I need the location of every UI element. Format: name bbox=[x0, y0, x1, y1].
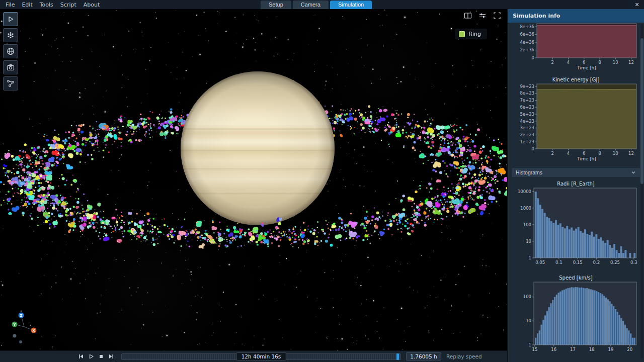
svg-text:16: 16 bbox=[551, 347, 556, 352]
svg-text:Time [h]: Time [h] bbox=[577, 156, 596, 161]
svg-text:4: 4 bbox=[567, 60, 570, 65]
play-tool-button[interactable] bbox=[3, 12, 18, 26]
panel-title: Simulation info bbox=[508, 9, 644, 23]
svg-text:2: 2 bbox=[551, 60, 554, 65]
chart-title: Kinetic energy [GJ] bbox=[512, 77, 640, 82]
svg-text:0.1: 0.1 bbox=[555, 260, 562, 265]
split-view-button[interactable] bbox=[463, 11, 473, 20]
tab-setup[interactable]: Setup bbox=[261, 1, 291, 9]
sliders-icon bbox=[478, 12, 487, 20]
timeline-thumb[interactable] bbox=[396, 353, 399, 360]
left-toolbar bbox=[3, 12, 18, 90]
simulation-info-panel: Simulation info 02e+364e+366e+368e+36246… bbox=[507, 9, 644, 362]
stop-button[interactable] bbox=[97, 352, 105, 360]
area-chart: 01e+232e+233e+234e+235e+236e+237e+238e+2… bbox=[512, 82, 640, 162]
close-button[interactable]: ✕ bbox=[632, 0, 642, 9]
axis-z-handle[interactable]: Z bbox=[19, 313, 24, 318]
node-graph-tool-button[interactable] bbox=[3, 76, 18, 90]
scene-canvas[interactable] bbox=[0, 9, 507, 350]
stop-icon bbox=[98, 353, 104, 359]
svg-text:8: 8 bbox=[598, 60, 601, 65]
timeline-scrubber[interactable]: 12h 40min 16s bbox=[121, 353, 401, 360]
svg-text:1: 1 bbox=[529, 255, 531, 260]
orientation-gizmo[interactable]: Z Y X bbox=[7, 310, 47, 350]
chart-title: Speed [km/s] bbox=[512, 275, 640, 281]
svg-text:10: 10 bbox=[526, 239, 531, 244]
svg-text:0.05: 0.05 bbox=[535, 260, 545, 265]
split-view-icon bbox=[464, 12, 472, 20]
tab-simulation[interactable]: Simulation bbox=[330, 1, 372, 9]
svg-text:Z: Z bbox=[20, 314, 22, 318]
chart-kinetic-energy: Kinetic energy [GJ] 01e+232e+233e+234e+2… bbox=[512, 77, 640, 164]
svg-text:3e+23: 3e+23 bbox=[520, 125, 534, 130]
menu-tools[interactable]: Tools bbox=[36, 2, 57, 8]
camera-tool-button[interactable] bbox=[3, 60, 18, 74]
menu-file[interactable]: File bbox=[2, 2, 18, 8]
svg-text:10000: 10000 bbox=[518, 189, 531, 194]
ring-legend[interactable]: Ring bbox=[455, 29, 487, 39]
menu-script[interactable]: Script bbox=[57, 2, 80, 8]
titlebar: File Edit Tools Script About Setup Camer… bbox=[0, 0, 644, 9]
svg-text:1: 1 bbox=[529, 342, 531, 347]
simulation-app: File Edit Tools Script About Setup Camer… bbox=[0, 0, 644, 362]
chart-top-partial: 02e+364e+366e+368e+3624681012Time [h] bbox=[512, 23, 640, 73]
panel-scrollbar[interactable] bbox=[640, 24, 643, 358]
globe-tool-button[interactable] bbox=[3, 44, 18, 58]
svg-text:10: 10 bbox=[526, 318, 531, 323]
viewport-3d[interactable]: Ring Z Y X bbox=[0, 9, 507, 350]
svg-text:8e+23: 8e+23 bbox=[520, 90, 534, 96]
histograms-label: Histograms bbox=[516, 169, 542, 175]
svg-text:0.3: 0.3 bbox=[630, 260, 637, 265]
playback-bar: 12h 40min 16s 1.76005 h Replay speed bbox=[0, 350, 507, 362]
svg-text:1000: 1000 bbox=[520, 206, 531, 211]
fullscreen-button[interactable] bbox=[492, 11, 502, 20]
menu-bar: File Edit Tools Script About bbox=[0, 2, 103, 8]
menu-edit[interactable]: Edit bbox=[18, 2, 36, 8]
svg-text:5e+23: 5e+23 bbox=[520, 112, 534, 117]
chevron-down-icon bbox=[631, 170, 636, 174]
svg-text:0.25: 0.25 bbox=[610, 260, 620, 265]
axis-x-handle[interactable]: X bbox=[31, 328, 37, 333]
skip-start-button[interactable] bbox=[76, 352, 85, 360]
svg-text:Time [h]: Time [h] bbox=[577, 65, 596, 70]
axis-y-handle[interactable]: Y bbox=[12, 322, 18, 327]
svg-text:10: 10 bbox=[613, 60, 618, 65]
menu-about[interactable]: About bbox=[80, 2, 104, 8]
axis-neg-handle[interactable] bbox=[19, 340, 22, 343]
chart-speed-histogram: Speed [km/s] 110100151617181920 bbox=[512, 275, 640, 358]
svg-text:6: 6 bbox=[583, 60, 585, 65]
replay-speed-input[interactable]: 1.76005 h bbox=[406, 352, 441, 360]
svg-text:6: 6 bbox=[583, 151, 585, 156]
skip-end-button[interactable] bbox=[107, 352, 115, 360]
histograms-section-header[interactable]: Histograms bbox=[512, 168, 640, 177]
svg-text:4: 4 bbox=[567, 151, 570, 156]
svg-text:0: 0 bbox=[532, 146, 534, 151]
area-chart: 02e+364e+366e+368e+3624681012Time [h] bbox=[512, 23, 640, 71]
sliders-button[interactable] bbox=[477, 11, 488, 20]
chart-radii-histogram: Radii [R_Earth] 1101001000100000.050.10.… bbox=[512, 181, 640, 271]
particles-tool-button[interactable] bbox=[3, 28, 18, 42]
play-icon bbox=[6, 15, 15, 24]
replay-speed-label: Replay speed bbox=[446, 353, 482, 359]
tab-camera[interactable]: Camera bbox=[293, 1, 329, 9]
panel-scrollbar-thumb[interactable] bbox=[640, 38, 643, 184]
svg-text:4e+23: 4e+23 bbox=[520, 119, 534, 124]
viewport-column: Ring Z Y X bbox=[0, 9, 507, 362]
svg-text:6e+23: 6e+23 bbox=[520, 105, 534, 110]
svg-text:18: 18 bbox=[589, 347, 595, 352]
play-icon bbox=[88, 353, 94, 359]
svg-text:19: 19 bbox=[608, 347, 614, 352]
main-area: Ring Z Y X bbox=[0, 9, 644, 362]
axis-neg-handle[interactable] bbox=[13, 334, 17, 338]
svg-text:100: 100 bbox=[523, 294, 531, 299]
svg-text:4e+36: 4e+36 bbox=[520, 40, 534, 45]
svg-text:1e+23: 1e+23 bbox=[520, 139, 534, 144]
svg-text:12: 12 bbox=[628, 151, 634, 156]
svg-text:17: 17 bbox=[570, 347, 576, 352]
svg-text:15: 15 bbox=[532, 347, 537, 352]
skip-start-icon bbox=[78, 353, 84, 359]
svg-text:20: 20 bbox=[627, 347, 632, 352]
play-button[interactable] bbox=[87, 352, 95, 360]
svg-text:0.2: 0.2 bbox=[593, 260, 600, 265]
panel-body: 02e+364e+366e+368e+3624681012Time [h] Ki… bbox=[508, 23, 644, 362]
